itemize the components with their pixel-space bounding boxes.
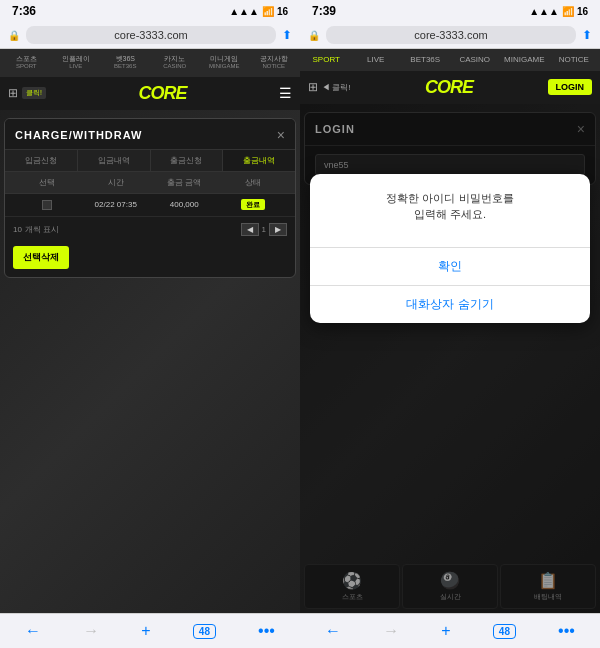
nav-tab-sport[interactable]: 스포츠 SPORT [2,53,51,73]
row-checkbox[interactable] [13,200,82,210]
delete-selected-button[interactable]: 선택삭제 [13,246,69,269]
right-grid-icon[interactable]: ⊞ [308,80,318,94]
right-wifi-icon: 📶 [562,6,574,17]
right-header-left: ⊞ ◀ 클릭! [308,80,350,94]
left-status-bar: 7:36 ▲▲▲ 📶 16 [0,0,300,22]
nav-tab-bet36s[interactable]: 벳36S BET36S [101,53,150,73]
nav-tab-minigame-sublabel: MINIGAME [201,63,248,70]
right-nav-tab-live[interactable]: LIVE [352,53,401,67]
row-time: 02/22 07:35 [82,200,151,209]
logo-c: C [138,83,150,103]
left-browser-bottom: ← → + 48 ••• [0,613,300,648]
new-tab-button[interactable]: + [141,622,150,640]
right-phone: 7:39 ▲▲▲ 📶 16 🔒 core-3333.com ⬆ SPORT LI… [300,0,600,648]
current-page: 1 [262,225,266,234]
nav-tab-minigame[interactable]: 미니게임 MINIGAME [200,53,249,73]
right-tab-minigame: MINIGAME [504,55,544,64]
right-url-bar[interactable]: core-3333.com [326,26,576,44]
nav-tab-minigame-label: 미니게임 [201,55,248,63]
right-time: 7:39 [312,4,336,18]
right-signal-icon: ▲▲▲ [529,6,559,17]
alert-cancel-button[interactable]: 대화상자 숨기기 [310,285,590,323]
right-more-button[interactable]: ••• [558,622,575,640]
modal-title: CHARGE/WITHDRAW [15,129,142,141]
left-logo: CORE [138,83,186,104]
right-nav-tab-notice[interactable]: NOTICE [550,53,599,67]
modal-tab-deposit-history[interactable]: 입금내역 [78,150,151,171]
nav-tab-sport-label: SPORT [3,63,50,70]
right-battery-icon: 16 [577,6,588,17]
right-nav-tab-bet36s[interactable]: BET36S [401,53,450,67]
table-header: 선택 시간 출금 금액 상태 [5,172,295,194]
right-tab-notice: NOTICE [559,55,589,64]
nav-tab-bet36s-sublabel: BET36S [102,63,149,70]
right-new-tab-button[interactable]: + [441,622,450,640]
logo-ore: ORE [150,83,186,103]
right-status-bar: 7:39 ▲▲▲ 📶 16 [300,0,600,22]
charge-withdraw-modal: CHARGE/WITHDRAW × 입금신청 입금내역 출금신청 출금내역 [4,118,296,278]
left-url-bar[interactable]: core-3333.com [26,26,276,44]
alert-body: 정확한 아이디 비밀번호를입력해 주세요. [310,174,590,247]
right-nav-tab-casino[interactable]: CASINO [451,53,500,67]
right-forward-button[interactable]: → [383,622,399,640]
checkbox[interactable] [42,200,52,210]
left-status-icons: ▲▲▲ 📶 16 [229,6,288,17]
alert-message: 정확한 아이디 비밀번호를입력해 주세요. [322,190,578,223]
right-nav-tabs: SPORT LIVE BET36S CASINO MINIGAME NOTICE [300,49,600,71]
more-button[interactable]: ••• [258,622,275,640]
next-page-button[interactable]: ▶ [269,223,287,236]
right-tab-count[interactable]: 48 [493,624,516,639]
left-site-header: ⊞ 클릭! CORE ☰ [0,77,300,110]
right-share-icon[interactable]: ⬆ [582,28,592,42]
modal-tab-deposit-apply[interactable]: 입금신청 [5,150,78,171]
col-time: 시간 [82,177,151,188]
forward-button[interactable]: → [83,622,99,640]
right-tab-sport: SPORT [313,55,340,64]
hamburger-menu[interactable]: ☰ [279,85,292,101]
nav-tab-casino-label: 카지노 [152,55,199,63]
modal-tab-withdraw-apply[interactable]: 출금신청 [151,150,224,171]
status-badge: 완료 [241,199,265,210]
page-size-selector: 10 개씩 표시 [13,224,59,235]
alert-dialog: 정확한 아이디 비밀번호를입력해 주세요. 확인 대화상자 숨기기 [310,174,590,323]
right-browser-bar: 🔒 core-3333.com ⬆ [300,22,600,49]
right-nav-tab-minigame[interactable]: MINIGAME [500,53,549,67]
right-nav-tab-sport[interactable]: SPORT [302,53,351,67]
right-tab-bet36s: BET36S [410,55,440,64]
nav-tab-live-sublabel: LIVE [53,63,100,70]
back-button[interactable]: ← [25,622,41,640]
right-back-button[interactable]: ← [325,622,341,640]
click-badge: 클릭! [22,87,46,99]
page-nav: ◀ 1 ▶ [241,223,287,236]
lock-icon: 🔒 [8,30,20,41]
wifi-icon: 📶 [262,6,274,17]
left-nav-tabs: 스포츠 SPORT 인플레이 LIVE 벳36S BET36S 카지노 CASI… [0,49,300,77]
nav-tab-sport-sublabel: 스포츠 [3,55,50,63]
right-logo-ore: ORE [437,77,473,97]
right-header-text: ◀ 클릭! [322,82,350,93]
modal-tabs: 입금신청 입금내역 출금신청 출금내역 [5,150,295,172]
modal-close-button[interactable]: × [277,127,285,143]
nav-tab-notice[interactable]: 공지사항 NOTICE [250,53,299,73]
prev-page-button[interactable]: ◀ [241,223,259,236]
table-row: 02/22 07:35 400,000 완료 [5,194,295,217]
tab-count[interactable]: 48 [193,624,216,639]
right-login-button[interactable]: LOGIN [548,79,593,95]
right-browser-bottom: ← → + 48 ••• [300,613,600,648]
left-time: 7:36 [12,4,36,18]
col-amount: 출금 금액 [150,177,219,188]
share-icon[interactable]: ⬆ [282,28,292,42]
nav-tab-casino[interactable]: 카지노 CASINO [151,53,200,73]
modal-tab-withdraw-history[interactable]: 출금내역 [223,150,295,171]
nav-tab-notice-sublabel: NOTICE [251,63,298,70]
left-main-content: CHARGE/WITHDRAW × 입금신청 입금내역 출금신청 출금내역 [0,110,300,613]
right-tab-casino: CASINO [459,55,490,64]
nav-tab-live[interactable]: 인플레이 LIVE [52,53,101,73]
row-status: 완료 [219,200,288,210]
right-main-content: LOGIN × 정확한 아이디 비밀번호를입력해 주세요. 확인 대화상자 숨기… [300,104,600,613]
row-amount: 400,000 [150,200,219,209]
nav-tab-casino-sublabel: CASINO [152,63,199,70]
grid-icon[interactable]: ⊞ [8,86,18,100]
alert-confirm-button[interactable]: 확인 [310,248,590,285]
nav-tab-live-label: 인플레이 [53,55,100,63]
